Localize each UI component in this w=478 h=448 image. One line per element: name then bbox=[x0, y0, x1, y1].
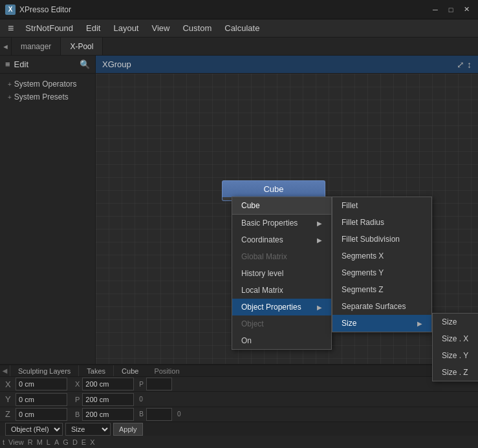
sidebar-edit-label: Edit bbox=[14, 59, 76, 69]
sub-submenu: Size Size . X Size . Y Size . Z bbox=[432, 313, 478, 381]
sidebar-item-label: System Operators bbox=[14, 80, 77, 89]
menu-view[interactable]: View bbox=[146, 21, 177, 36]
minimize-button[interactable]: ─ bbox=[429, 5, 442, 15]
bottom-labels-row: t View R M L A G D E X bbox=[0, 436, 478, 448]
sidebar-search-icon[interactable]: 🔍 bbox=[80, 59, 90, 69]
sub-submenu-item-size[interactable]: Size bbox=[433, 314, 478, 330]
expand-icon: + bbox=[8, 94, 12, 101]
coord-input-z-extra[interactable] bbox=[82, 408, 134, 421]
coord-row-x: X X P bbox=[0, 377, 478, 392]
sub-submenu-item-size-x[interactable]: Size . X bbox=[433, 330, 478, 347]
coord-input-y[interactable] bbox=[16, 393, 67, 406]
xgroup-resize-icon[interactable]: ↕ bbox=[467, 59, 472, 70]
coord-row-z: Z B B 0 bbox=[0, 407, 478, 422]
bottom-label-d: D bbox=[72, 438, 78, 446]
menu-bar: ≡ StrNotFound Edit Layout View Custom Ca… bbox=[0, 19, 478, 37]
tab-bar: ◄ manager X-Pool bbox=[0, 37, 478, 56]
tab-manager[interactable]: manager bbox=[12, 37, 61, 55]
xgroup-expand-icon[interactable]: ⤢ bbox=[457, 59, 464, 70]
coord-row-y: Y P 0 bbox=[0, 392, 478, 407]
bottom-tab-takes[interactable]: Takes bbox=[79, 365, 114, 376]
context-menu-item-global-matrix: Global Matrix bbox=[232, 248, 331, 265]
size-dropdown[interactable]: Size bbox=[65, 423, 111, 436]
app-icon: X bbox=[5, 5, 16, 15]
coord-input-x[interactable] bbox=[16, 378, 67, 390]
menu-edit[interactable]: Edit bbox=[80, 21, 107, 36]
submenu-item-fillet-subdivision[interactable]: Fillet Subdivision bbox=[332, 231, 431, 248]
coord-input-b[interactable] bbox=[146, 408, 172, 421]
bottom-label-g: G bbox=[63, 438, 69, 446]
bottom-label-t: t bbox=[3, 438, 5, 446]
menu-layout[interactable]: Layout bbox=[107, 21, 145, 36]
cube-node-header: Cube bbox=[222, 180, 325, 197]
sidebar-item-system-presets[interactable]: + System Presets bbox=[3, 91, 92, 103]
menu-strnotfound[interactable]: StrNotFound bbox=[19, 21, 80, 36]
bottom-label-view: View bbox=[8, 438, 24, 446]
close-button[interactable]: ✕ bbox=[460, 5, 473, 15]
extra-label-z: B bbox=[75, 411, 80, 418]
sidebar-hamburger-icon: ≡ bbox=[5, 59, 10, 69]
sidebar-item-system-operators[interactable]: + System Operators bbox=[3, 78, 92, 91]
bottom-position-label: Position bbox=[146, 367, 187, 375]
submenu-arrow-icon: ▶ bbox=[417, 320, 422, 327]
bottom-label-m: M bbox=[37, 438, 43, 446]
maximize-button[interactable]: □ bbox=[444, 5, 457, 15]
bottom-label-x: X bbox=[90, 438, 94, 446]
xgroup-controls: ⤢ ↕ bbox=[457, 59, 472, 70]
bottom-section: ◄ Sculpting Layers Takes Cube Position X… bbox=[0, 364, 478, 448]
submenu-item-fillet[interactable]: Fillet bbox=[332, 197, 431, 214]
coord-input-x-extra[interactable] bbox=[82, 378, 134, 390]
bottom-label-a: A bbox=[54, 438, 59, 446]
menu-calculate[interactable]: Calculate bbox=[218, 21, 266, 36]
coord-input-p[interactable] bbox=[146, 378, 172, 390]
context-menu-item-history-level[interactable]: History level bbox=[232, 265, 331, 282]
submenu-item-segments-x[interactable]: Segments X bbox=[332, 248, 431, 264]
bottom-label-r: R bbox=[28, 438, 33, 446]
sidebar-header: ≡ Edit 🔍 bbox=[0, 56, 95, 74]
window-title: XPresso Editor bbox=[19, 5, 429, 14]
context-menu-item-basic-properties[interactable]: Basic Properties ▶ bbox=[232, 215, 331, 231]
bottom-cube-label: Cube bbox=[114, 367, 146, 375]
context-menu-title: Cube bbox=[232, 197, 331, 215]
coord-input-z[interactable] bbox=[16, 408, 67, 421]
xgroup-title: XGroup bbox=[102, 59, 131, 69]
submenu-arrow-icon: ▶ bbox=[317, 220, 322, 227]
axis-label-z: Z bbox=[5, 409, 13, 419]
coord-input-y-extra[interactable] bbox=[82, 393, 134, 406]
object-rel-dropdown[interactable]: Object (Rel) bbox=[5, 423, 63, 436]
bottom-label-l: L bbox=[47, 438, 50, 446]
submenu-item-fillet-radius[interactable]: Fillet Radius bbox=[332, 214, 431, 231]
context-menu-item-local-matrix[interactable]: Local Matrix bbox=[232, 282, 331, 299]
submenu-item-size[interactable]: Size ▶ bbox=[332, 315, 431, 332]
menu-custom[interactable]: Custom bbox=[176, 21, 218, 36]
bottom-label-e: E bbox=[81, 438, 86, 446]
sub-submenu-item-size-y[interactable]: Size . Y bbox=[433, 347, 478, 364]
bottom-tab-arrow[interactable]: ◄ bbox=[0, 365, 10, 376]
bottom-tab-sculpting[interactable]: Sculpting Layers bbox=[10, 365, 79, 376]
apply-button[interactable]: Apply bbox=[113, 423, 143, 436]
tab-xpool[interactable]: X-Pool bbox=[61, 37, 103, 55]
submenu-arrow-icon: ▶ bbox=[317, 237, 322, 244]
submenu-item-segments-z[interactable]: Segments Z bbox=[332, 281, 431, 298]
bottom-footer: Object (Rel) Size Apply bbox=[0, 422, 478, 436]
submenu: Fillet Fillet Radius Fillet Subdivision … bbox=[332, 197, 432, 332]
extra-label-y: P bbox=[75, 396, 80, 403]
submenu-item-segments-y[interactable]: Segments Y bbox=[332, 264, 431, 281]
context-menu-item-on[interactable]: On bbox=[232, 332, 331, 349]
xgroup-header: XGroup ⤢ ↕ bbox=[96, 56, 478, 74]
tab-arrow[interactable]: ◄ bbox=[0, 37, 12, 55]
title-bar: X XPresso Editor ─ □ ✕ bbox=[0, 0, 478, 19]
submenu-item-separate-surfaces[interactable]: Separate Surfaces bbox=[332, 298, 431, 315]
menu-hamburger[interactable]: ≡ bbox=[3, 20, 19, 37]
axis-label-x: X bbox=[5, 379, 13, 389]
context-menu-item-coordinates[interactable]: Coordinates ▶ bbox=[232, 231, 331, 248]
axis-label-y: Y bbox=[5, 394, 13, 404]
window-controls: ─ □ ✕ bbox=[429, 5, 473, 15]
context-menu: Cube Basic Properties ▶ Coordinates ▶ Gl… bbox=[232, 197, 332, 350]
submenu-arrow-icon: ▶ bbox=[317, 304, 322, 311]
expand-icon: + bbox=[8, 81, 12, 88]
extra-label-x: X bbox=[75, 380, 80, 388]
context-menu-item-object-properties[interactable]: Object Properties ▶ bbox=[232, 299, 331, 315]
sub-submenu-item-size-z[interactable]: Size . Z bbox=[433, 364, 478, 381]
sidebar-item-label: System Presets bbox=[14, 92, 69, 101]
